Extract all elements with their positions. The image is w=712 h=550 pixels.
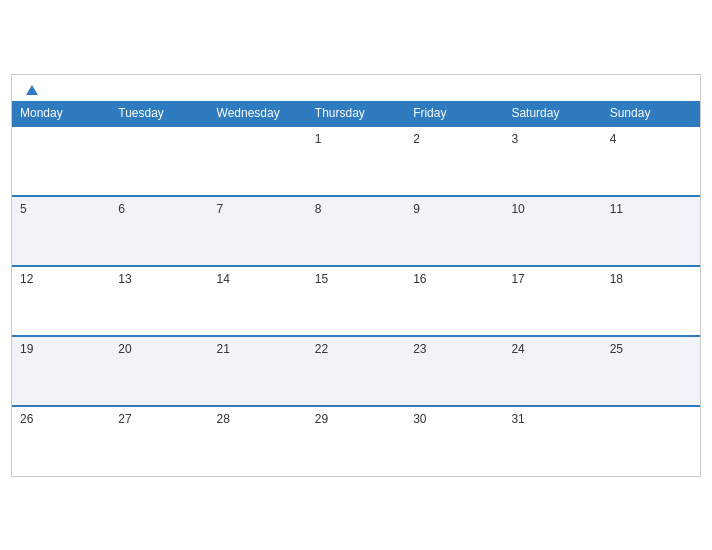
- calendar-cell: 13: [110, 266, 208, 336]
- day-number: 22: [315, 342, 328, 356]
- calendar-header: [12, 75, 700, 101]
- week-row-1: 567891011: [12, 196, 700, 266]
- day-header-wednesday: Wednesday: [209, 101, 307, 126]
- day-header-monday: Monday: [12, 101, 110, 126]
- day-number: 2: [413, 132, 420, 146]
- calendar-cell: 31: [503, 406, 601, 476]
- calendar-cell: 6: [110, 196, 208, 266]
- calendar-cell: 16: [405, 266, 503, 336]
- day-number: 4: [610, 132, 617, 146]
- calendar-cell: 19: [12, 336, 110, 406]
- calendar-cell: 9: [405, 196, 503, 266]
- logo-blue-text: [26, 85, 40, 95]
- day-number: 5: [20, 202, 27, 216]
- calendar-table: MondayTuesdayWednesdayThursdayFridaySatu…: [12, 101, 700, 476]
- day-number: 26: [20, 412, 33, 426]
- day-number: 30: [413, 412, 426, 426]
- day-number: 20: [118, 342, 131, 356]
- day-number: 25: [610, 342, 623, 356]
- day-number: 7: [217, 202, 224, 216]
- calendar-cell: 30: [405, 406, 503, 476]
- day-number: 14: [217, 272, 230, 286]
- calendar-cell: 22: [307, 336, 405, 406]
- calendar-cell: [110, 126, 208, 196]
- day-number: 3: [511, 132, 518, 146]
- calendar-cell: 4: [602, 126, 700, 196]
- day-number: 11: [610, 202, 623, 216]
- calendar-cell: 24: [503, 336, 601, 406]
- calendar-cell: 3: [503, 126, 601, 196]
- calendar-cell: 5: [12, 196, 110, 266]
- calendar-cell: 12: [12, 266, 110, 336]
- week-row-3: 19202122232425: [12, 336, 700, 406]
- day-header-row: MondayTuesdayWednesdayThursdayFridaySatu…: [12, 101, 700, 126]
- week-row-4: 262728293031: [12, 406, 700, 476]
- day-number: 13: [118, 272, 131, 286]
- calendar-cell: 7: [209, 196, 307, 266]
- calendar-cell: 27: [110, 406, 208, 476]
- day-number: 19: [20, 342, 33, 356]
- calendar-cell: 15: [307, 266, 405, 336]
- day-number: 9: [413, 202, 420, 216]
- calendar-cell: 17: [503, 266, 601, 336]
- day-number: 10: [511, 202, 524, 216]
- calendar-cell: [209, 126, 307, 196]
- day-number: 1: [315, 132, 322, 146]
- calendar-cell: 14: [209, 266, 307, 336]
- calendar-cell: 18: [602, 266, 700, 336]
- day-number: 27: [118, 412, 131, 426]
- calendar: MondayTuesdayWednesdayThursdayFridaySatu…: [11, 74, 701, 477]
- calendar-cell: 23: [405, 336, 503, 406]
- calendar-cell: 20: [110, 336, 208, 406]
- day-number: 21: [217, 342, 230, 356]
- day-number: 6: [118, 202, 125, 216]
- calendar-cell: 29: [307, 406, 405, 476]
- calendar-cell: 21: [209, 336, 307, 406]
- day-number: 29: [315, 412, 328, 426]
- calendar-cell: [602, 406, 700, 476]
- week-row-0: 1234: [12, 126, 700, 196]
- calendar-cell: 1: [307, 126, 405, 196]
- calendar-cell: 10: [503, 196, 601, 266]
- calendar-cell: 2: [405, 126, 503, 196]
- day-number: 31: [511, 412, 524, 426]
- day-number: 18: [610, 272, 623, 286]
- day-header-sunday: Sunday: [602, 101, 700, 126]
- day-number: 24: [511, 342, 524, 356]
- calendar-thead: MondayTuesdayWednesdayThursdayFridaySatu…: [12, 101, 700, 126]
- logo: [26, 85, 40, 95]
- day-number: 17: [511, 272, 524, 286]
- day-number: 15: [315, 272, 328, 286]
- day-header-tuesday: Tuesday: [110, 101, 208, 126]
- week-row-2: 12131415161718: [12, 266, 700, 336]
- day-number: 23: [413, 342, 426, 356]
- day-header-saturday: Saturday: [503, 101, 601, 126]
- day-header-thursday: Thursday: [307, 101, 405, 126]
- day-number: 12: [20, 272, 33, 286]
- calendar-cell: 28: [209, 406, 307, 476]
- calendar-cell: 8: [307, 196, 405, 266]
- calendar-cell: 26: [12, 406, 110, 476]
- day-number: 8: [315, 202, 322, 216]
- calendar-cell: 25: [602, 336, 700, 406]
- calendar-cell: 11: [602, 196, 700, 266]
- day-number: 16: [413, 272, 426, 286]
- logo-triangle-icon: [26, 85, 38, 95]
- calendar-cell: [12, 126, 110, 196]
- calendar-body: 1234567891011121314151617181920212223242…: [12, 126, 700, 476]
- day-header-friday: Friday: [405, 101, 503, 126]
- day-number: 28: [217, 412, 230, 426]
